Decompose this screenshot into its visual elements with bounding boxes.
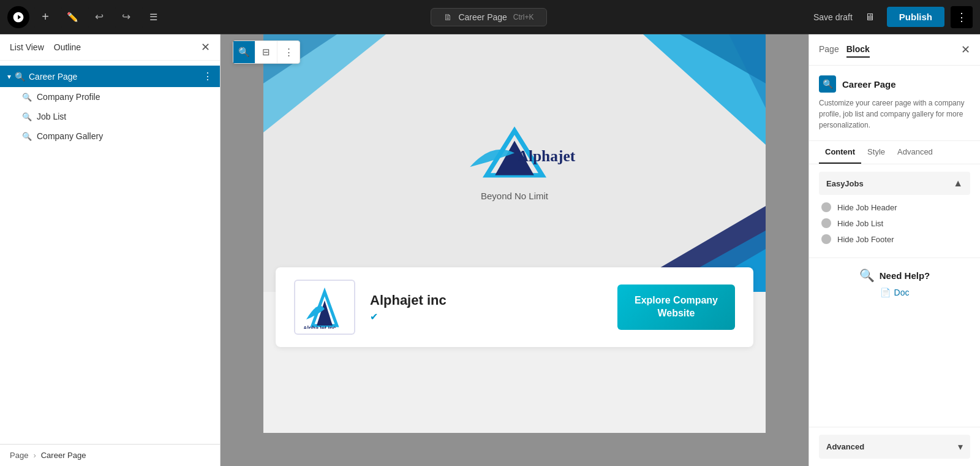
company-name: Alphajet inc (370, 292, 603, 308)
hide-job-footer-row: Hide Job Footer (819, 234, 970, 244)
company-gallery-icon: 🔍 (22, 132, 32, 141)
page-tab[interactable]: Page (819, 42, 839, 58)
hide-job-list-toggle[interactable] (821, 218, 831, 228)
need-help-title: Need Help? (880, 270, 930, 281)
hide-job-list-row: Hide Job List (819, 218, 970, 228)
edit-tool-button[interactable]: ✏️ (61, 6, 83, 28)
hide-job-header-row: Hide Job Header (819, 202, 970, 212)
verified-icon: ✔ (370, 311, 378, 323)
sidebar-close-button[interactable]: ✕ (201, 42, 210, 53)
company-profile-label: Company Profile (37, 92, 100, 102)
view-button[interactable]: 🖥 (859, 6, 881, 28)
page-canvas: Alphajet Inc. Beyond No Limit AlphaJet I… (263, 34, 766, 433)
sidebar-item-job-list[interactable]: 🔍 Job List (0, 107, 220, 126)
item-options-icon[interactable]: ⋮ (203, 71, 213, 82)
need-help-section: 🔍 Need Help? 📄 Doc (809, 258, 980, 307)
sidebar-header: List View Outline ✕ (0, 34, 220, 61)
company-logo-small: AlphaJet Inc. beyond no limit (300, 286, 349, 329)
toolbar-layout-button[interactable]: ⊟ (255, 41, 277, 63)
redo-button[interactable]: ↪ (115, 6, 137, 28)
toolbar-more-button[interactable]: ⋮ (277, 41, 300, 63)
advanced-title: Advanced (826, 442, 864, 451)
block-title: Career Page (842, 79, 896, 90)
doc-icon: 📄 (880, 288, 891, 297)
add-block-button[interactable]: + (34, 6, 56, 28)
list-view-tab[interactable]: List View (10, 42, 44, 52)
right-panel-header: Page Block ✕ (809, 34, 980, 66)
company-profile-icon: 🔍 (22, 93, 32, 102)
canvas-wrapper: Alphajet Inc. Beyond No Limit AlphaJet I… (263, 34, 766, 433)
hide-job-header-label: Hide Job Header (837, 203, 897, 212)
hide-job-footer-label: Hide Job Footer (837, 235, 894, 244)
expand-arrow-icon: ▾ (7, 72, 11, 81)
topbar: + ✏️ ↩ ↪ ☰ 🗎 Career Page Ctrl+K Save dra… (0, 0, 980, 34)
easyjobs-collapse-icon: ▲ (953, 178, 963, 189)
job-list-icon: 🔍 (22, 112, 32, 121)
easyjobs-header[interactable]: EasyJobs ▲ (819, 172, 970, 195)
profile-card: AlphaJet Inc. beyond no limit Alphajet i… (276, 267, 753, 347)
sidebar: List View Outline ✕ ▾ 🔍 Career Page ⋮ 🔍 … (0, 34, 221, 466)
page-name-bar[interactable]: 🗎 Career Page Ctrl+K (431, 8, 546, 26)
toolbar-search-button[interactable]: 🔍 (233, 41, 255, 63)
content-tabs: Content Style Advanced (809, 141, 980, 164)
style-tab[interactable]: Style (861, 141, 891, 164)
document-overview-button[interactable]: ☰ (142, 6, 164, 28)
svg-text:AlphaJet Inc.: AlphaJet Inc. (303, 325, 337, 329)
page-name-label: Career Page (458, 12, 507, 22)
block-toolbar: 🔍 ⊟ ⋮ (233, 40, 300, 64)
advanced-header[interactable]: Advanced ▾ (819, 435, 970, 459)
company-logo-hero: Alphajet Inc. (453, 125, 576, 181)
hero-tagline: Beyond No Limit (453, 191, 576, 201)
right-panel: Page Block ✕ 🔍 Career Page Customize you… (809, 34, 980, 466)
breadcrumb-page-link[interactable]: Page (10, 451, 28, 460)
explore-btn-line1: Explore Company (635, 295, 718, 305)
wordpress-logo[interactable] (7, 6, 29, 28)
right-panel-close-button[interactable]: ✕ (961, 43, 970, 56)
doc-link[interactable]: 📄 Doc (819, 288, 970, 297)
publish-button[interactable]: Publish (887, 7, 944, 27)
monitor-icon: 🖥 (865, 12, 875, 23)
doc-label: Doc (894, 288, 910, 297)
block-info: 🔍 Career Page Customize your career page… (809, 66, 980, 141)
topbar-right: Save draft 🖥 Publish ⋮ (813, 6, 973, 28)
advanced-collapse-icon: ▾ (958, 441, 963, 453)
advanced-tab[interactable]: Advanced (891, 141, 939, 164)
advanced-section: Advanced ▾ (809, 427, 980, 466)
breadcrumb: Page › Career Page (0, 444, 220, 466)
svg-text:Alphajet Inc.: Alphajet Inc. (518, 147, 576, 165)
outline-tab[interactable]: Outline (54, 42, 81, 52)
canvas-area: 🔍 ⊟ ⋮ (221, 34, 809, 466)
sidebar-item-company-profile[interactable]: 🔍 Company Profile (0, 87, 220, 107)
job-list-label: Job List (37, 112, 66, 121)
save-draft-button[interactable]: Save draft (813, 12, 853, 22)
block-type-icon: 🔍 (819, 75, 836, 93)
explore-btn-line2: Website (657, 308, 695, 318)
hide-job-list-label: Hide Job List (837, 219, 883, 228)
career-page-icon: 🔍 (15, 72, 25, 82)
easyjobs-section: EasyJobs ▲ Hide Job Header Hide Job List… (809, 164, 980, 258)
block-description: Customize your career page with a compan… (819, 97, 970, 131)
breadcrumb-separator: › (33, 451, 36, 460)
breadcrumb-career-page: Career Page (41, 451, 86, 460)
page-icon: 🗎 (443, 12, 452, 22)
sidebar-item-career-page[interactable]: ▾ 🔍 Career Page ⋮ (0, 66, 220, 87)
block-tab[interactable]: Block (846, 42, 870, 58)
hide-job-header-toggle[interactable] (821, 202, 831, 212)
keyboard-shortcut: Ctrl+K (513, 13, 534, 21)
company-info: Alphajet inc ✔ (370, 292, 603, 323)
verified-badge: ✔ (370, 311, 603, 323)
help-icon: 🔍 (859, 268, 875, 283)
more-options-button[interactable]: ⋮ (951, 6, 973, 28)
content-tab[interactable]: Content (819, 141, 861, 164)
topbar-center: 🗎 Career Page Ctrl+K (169, 8, 809, 26)
need-help-header: 🔍 Need Help? (819, 268, 970, 283)
sidebar-tree: ▾ 🔍 Career Page ⋮ 🔍 Company Profile 🔍 Jo… (0, 61, 220, 444)
hero-section: Alphajet Inc. Beyond No Limit (263, 34, 766, 292)
easyjobs-title: EasyJobs (826, 179, 864, 188)
explore-company-website-button[interactable]: Explore Company Website (617, 285, 735, 330)
company-logo-box: AlphaJet Inc. beyond no limit (294, 280, 355, 335)
sidebar-item-company-gallery[interactable]: 🔍 Company Gallery (0, 126, 220, 146)
hide-job-footer-toggle[interactable] (821, 234, 831, 244)
undo-button[interactable]: ↩ (88, 6, 110, 28)
company-gallery-label: Company Gallery (37, 131, 103, 141)
